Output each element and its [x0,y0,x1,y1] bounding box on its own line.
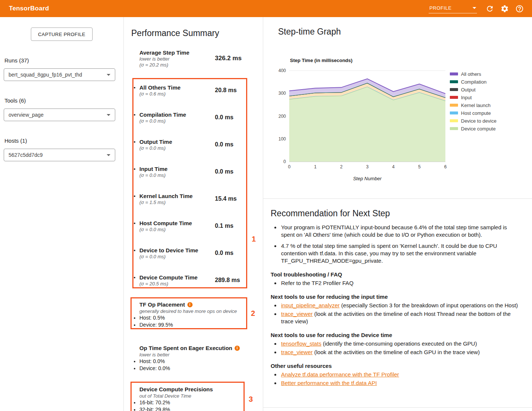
settings-button[interactable] [497,1,512,16]
metric-label: Host Compute Time [139,220,263,227]
svg-text:400: 400 [278,68,286,73]
link-analyze-tfdata-performance[interactable]: Analyze tf.data performance with the TF … [281,371,399,378]
rec-item: input_pipeline_analyzer (especially Sect… [280,302,521,309]
rec-item-text: (identify the time-consuming operations … [321,340,477,347]
metric-sigma: (σ = 20.5 ms) [139,281,263,287]
performance-summary-panel: Performance Summary Average Step Time lo… [124,17,263,411]
rec-item: trace_viewer (look at the activities on … [280,349,521,356]
metric-sigma: (σ = 0.0 ms) [139,254,263,260]
rec-item: Refer to the TF2 Profiler FAQ [280,279,521,287]
legend-swatch [450,119,458,122]
step-time-graph-title: Step-time Graph [278,27,532,37]
link-trace-viewer[interactable]: trace_viewer [281,349,313,355]
legend-swatch [450,127,458,130]
tools-field: Tools (6) overview_page [4,97,123,121]
gear-icon [500,4,509,13]
step-time-graph-card: Step-time Graph Step Time (in millisecon… [263,17,532,199]
block-title-text: Device Compute Precisions [139,386,213,393]
metric-compilation-time: Compilation Time (σ = 0.0 ms) 0.0 ms [124,111,263,124]
chart-legend: All othersCompilationOutputInputKernel l… [450,71,496,181]
dashboard-selector[interactable]: PROFILE [429,4,477,13]
rec-section-faq-list: Refer to the TF2 Profiler FAQ [271,279,521,287]
legend-label: All others [461,71,481,77]
legend-swatch [450,96,458,99]
link-tensorflow-stats[interactable]: tensorflow_stats [281,340,321,347]
recommendation-bullet: Your program is POTENTIALLY input-bound … [280,224,521,239]
link-trace-viewer[interactable]: trace_viewer [281,311,313,317]
metric-value: 326.2 ms [215,55,242,62]
rec-section-heading-device-time: Next tools to use for reducing the Devic… [271,331,521,339]
chevron-down-icon [107,114,110,116]
svg-text:0: 0 [288,164,291,169]
legend-swatch [450,111,458,114]
metric-value: 0.0 ms [215,114,233,121]
rec-section-heading-resources: Other useful resources [271,362,521,369]
tools-label: Tools (6) [4,97,123,104]
refresh-icon [486,4,494,13]
svg-text:6: 6 [444,164,447,169]
hosts-select[interactable]: 5627c5dd7dc9 [4,149,115,161]
metric-value: 15.4 ms [215,195,237,202]
metric-value: 0.0 ms [215,168,233,175]
svg-text:300: 300 [278,91,286,96]
hosts-label: Hosts (1) [4,137,123,144]
legend-item: Kernel launch [450,102,496,108]
block-title-text: TF Op Placement [139,301,185,308]
metric-value: 289.8 ms [215,277,240,284]
legend-label: Device to device [461,118,496,124]
step-time-chart-area: Step Time (in milliseconds) 010020030040… [271,37,532,181]
legend-item: Output [450,87,496,93]
app-header: TensorBoard PROFILE [0,0,532,17]
legend-item: All others [450,71,496,77]
rec-section-heading-faq: Tool troubleshooting / FAQ [271,271,521,278]
legend-swatch [450,88,458,91]
link-input-pipeline-analyzer[interactable]: input_pipeline_analyzer [281,302,340,308]
rec-item-text: Refer to the TF2 Profiler FAQ [281,280,354,286]
chart-title: Step Time (in milliseconds) [290,58,449,63]
runs-field: Runs (37) bert_squad_8gpu_fp16_pvt_thd [4,57,123,81]
link-better-performance-tfdata-api[interactable]: Better performance with the tf.data API [281,380,377,386]
capture-profile-button[interactable]: CAPTURE PROFILE [31,27,92,41]
metric-output-time: Output Time (σ = 0.0 ms) 0.0 ms [124,139,263,151]
legend-item: Host compute [450,110,496,116]
metric-label: Input Time [139,166,263,172]
metric-value: 20.8 ms [215,87,237,94]
rec-item: Analyze tf.data performance with the TF … [280,371,521,378]
rec-item-text: (look at the activities on the timeline … [281,311,511,324]
legend-label: Device compute [461,126,496,132]
legend-label: Kernel launch [461,103,491,108]
help-button[interactable] [512,1,527,16]
rec-section-input-time-list: input_pipeline_analyzer (especially Sect… [271,302,521,325]
metric-kernel-launch-time: Kernel Launch Time (σ = 1.5 ms) 15.4 ms [124,193,263,206]
info-icon[interactable]: i [235,346,240,351]
recommendation-card: Recommendation for Next Step Your progra… [263,199,532,408]
tools-select[interactable]: overview_page [4,109,115,121]
legend-swatch [450,80,458,83]
metric-average-step-time: Average Step Time lower is better (σ = 2… [124,49,263,68]
refresh-button[interactable] [482,1,497,16]
hosts-field: Hosts (1) 5627c5dd7dc9 [4,137,123,161]
tf-op-placement-title: TF Op Placement i [139,301,263,308]
metric-sigma: (σ = 0.0 ms) [139,145,263,151]
svg-text:0: 0 [283,159,286,164]
rec-section-heading-input-time: Next tools to use for reducing the input… [271,293,521,300]
chevron-down-icon [107,74,110,76]
svg-text:2: 2 [340,164,343,169]
metric-label: Average Step Time [139,49,263,56]
sidebar: CAPTURE PROFILE Runs (37) bert_squad_8gp… [0,17,124,411]
legend-label: Output [461,87,475,93]
metric-label: Device to Device Time [139,247,263,254]
svg-text:3: 3 [366,164,369,169]
device-compute-precisions-note: out of Total Device Time [139,393,263,399]
metric-label: Output Time [139,139,263,145]
legend-label: Compilation [461,79,487,85]
runs-select[interactable]: bert_squad_8gpu_fp16_pvt_thd [4,68,115,81]
info-icon[interactable]: i [187,302,193,307]
metric-label: Device Compute Time [139,274,263,281]
tf-op-placement-note: generally desired to have more ops on de… [139,308,263,314]
metric-sigma: (σ = 20.2 ms) [139,62,263,68]
right-panel: Step-time Graph Step Time (in millisecon… [263,17,532,411]
chevron-down-icon [473,7,476,9]
legend-swatch [450,104,458,107]
metric-label: Compilation Time [139,111,263,118]
